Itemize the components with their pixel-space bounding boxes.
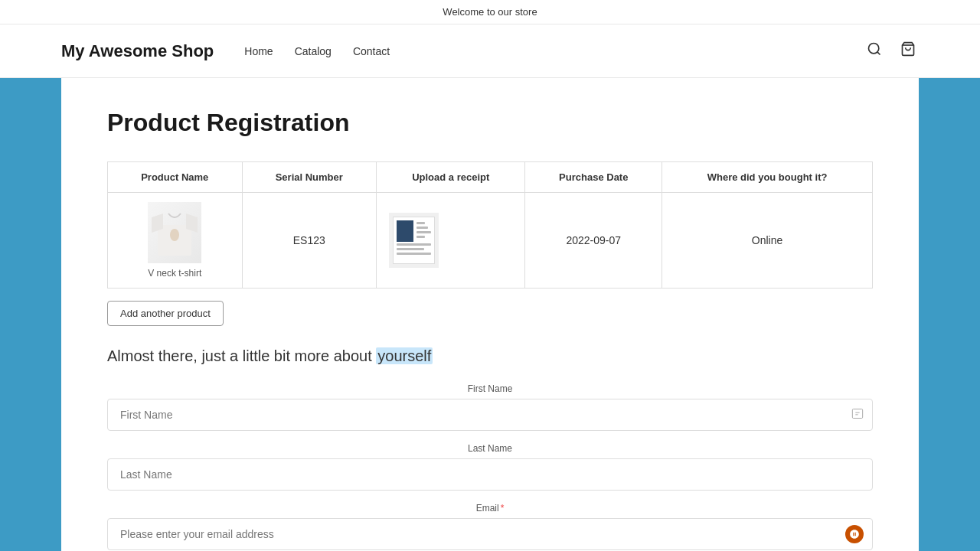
- header: My Awesome Shop Home Catalog Contact: [0, 24, 980, 78]
- email-brand-icon: [845, 525, 864, 543]
- cart-icon: [900, 41, 916, 57]
- receipt-inner: [393, 217, 435, 264]
- search-icon: [867, 41, 882, 57]
- cart-button[interactable]: [897, 38, 919, 64]
- section-subtitle-highlight: yourself: [376, 347, 433, 364]
- email-label-text: Email: [476, 503, 499, 514]
- col-purchase-date: Purchase Date: [525, 162, 662, 193]
- product-name: V neck t-shirt: [148, 268, 201, 279]
- search-button[interactable]: [864, 38, 885, 64]
- col-where-bought: Where did you bought it?: [662, 162, 873, 193]
- nav-catalog[interactable]: Catalog: [295, 45, 332, 57]
- email-group: Email*: [107, 503, 873, 550]
- receipt-line: [397, 243, 431, 246]
- main-nav: Home Catalog Contact: [244, 45, 864, 57]
- last-name-wrapper: [107, 458, 873, 491]
- first-name-label: First Name: [107, 383, 873, 394]
- announcement-bar: Welcome to our store: [0, 0, 980, 24]
- purchase-date-cell: 2022-09-07: [525, 193, 662, 289]
- col-product-name: Product Name: [108, 162, 243, 193]
- last-name-group: Last Name: [107, 443, 873, 491]
- tshirt-image: [152, 206, 198, 259]
- table-row: V neck t-shirt ES123: [108, 193, 873, 289]
- product-thumbnail: [148, 202, 201, 263]
- col-upload-receipt: Upload a receipt: [377, 162, 525, 193]
- col-serial-number: Serial Number: [242, 162, 377, 193]
- product-cell: V neck t-shirt: [108, 193, 243, 289]
- first-name-input[interactable]: [107, 399, 873, 431]
- product-table: Product Name Serial Number Upload a rece…: [107, 161, 873, 289]
- contact-card-icon: [851, 408, 864, 422]
- registration-form: First Name Last Name Email*: [107, 383, 873, 551]
- receipt-line: [416, 231, 431, 233]
- receipt-line: [416, 236, 425, 238]
- email-label: Email*: [107, 503, 873, 514]
- last-name-input[interactable]: [107, 458, 873, 491]
- receipt-line: [397, 253, 431, 255]
- receipt-line: [397, 248, 424, 250]
- receipt-line: [416, 227, 428, 229]
- email-required-marker: *: [501, 503, 505, 514]
- receipt-cell: [377, 193, 525, 289]
- serial-number-cell: ES123: [242, 193, 377, 289]
- receipt-dark-block: [397, 220, 413, 242]
- email-wrapper: [107, 518, 873, 550]
- email-icon-wrapper: [845, 525, 864, 543]
- svg-point-0: [869, 44, 879, 54]
- receipt-image: [389, 213, 439, 268]
- email-input[interactable]: [107, 518, 873, 550]
- nav-home[interactable]: Home: [244, 45, 273, 57]
- nav-contact[interactable]: Contact: [353, 45, 390, 57]
- header-icons: [864, 38, 919, 64]
- product-image-cell: V neck t-shirt: [120, 202, 230, 279]
- svg-line-1: [877, 52, 880, 55]
- first-name-group: First Name: [107, 383, 873, 431]
- svg-point-6: [170, 229, 179, 241]
- where-bought-cell: Online: [662, 193, 873, 289]
- svg-rect-7: [852, 409, 862, 419]
- section-subtitle-plain: Almost there, just a little bit more abo…: [107, 347, 376, 364]
- add-product-button[interactable]: Add another product: [107, 301, 224, 326]
- receipt-line: [416, 222, 425, 224]
- first-name-wrapper: [107, 399, 873, 431]
- shop-logo[interactable]: My Awesome Shop: [61, 41, 214, 61]
- main-content: Product Registration Product Name Serial…: [61, 78, 919, 551]
- section-subtitle: Almost there, just a little bit more abo…: [107, 347, 873, 365]
- page-title: Product Registration: [107, 109, 873, 137]
- last-name-label: Last Name: [107, 443, 873, 454]
- announcement-text: Welcome to our store: [443, 6, 537, 18]
